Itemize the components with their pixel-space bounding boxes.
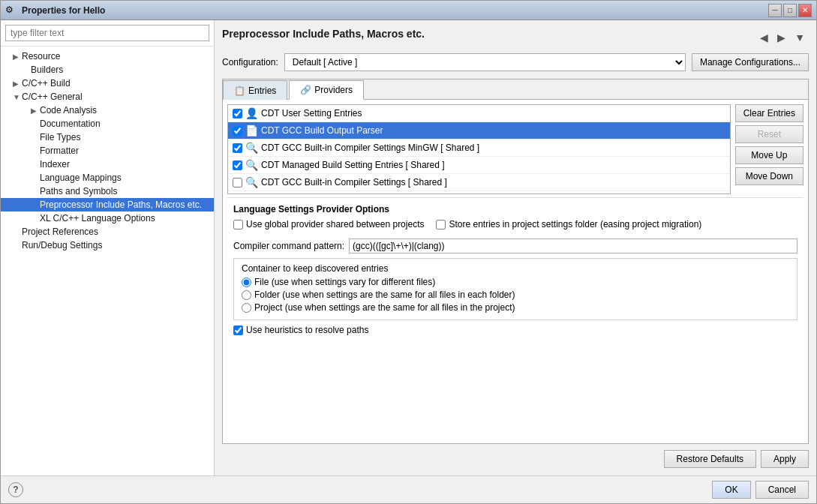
sidebar-item-label: Paths and Symbols	[40, 186, 117, 196]
provider-search-icon: 🔍	[245, 142, 258, 154]
tab-entries[interactable]: 📋 Entries	[223, 80, 287, 100]
heuristics-checkbox[interactable]	[233, 326, 243, 335]
clear-entries-button[interactable]: Clear Entries	[735, 104, 803, 122]
sidebar-item-label: Run/Debug Settings	[22, 240, 102, 250]
provider-item-cdt-gcc-cygwin[interactable]: 🔍 CDT GCC Builtin Compiler Settings Cygw…	[228, 191, 730, 194]
compiler-input[interactable]	[349, 238, 797, 254]
sidebar-item-label: Code Analysis	[40, 105, 97, 116]
sidebar-item-cpp-general[interactable]: ▼ C/C++ General	[1, 90, 214, 104]
tab-panel: 📋 Entries 🔗 Providers	[222, 79, 809, 444]
forward-button[interactable]: ▶	[773, 29, 789, 46]
sidebar-item-label: Preprocessor Include Paths, Macros etc.	[40, 200, 202, 210]
radio-file-label: File (use when settings vary for differe…	[254, 277, 435, 287]
sidebar-item-builders[interactable]: Builders	[1, 63, 214, 76]
title-bar-buttons: ─ □ ✕	[768, 4, 812, 17]
tree: ▶ Resource Builders ▶ C/C++ Build ▼ C/C+…	[1, 46, 214, 476]
minimize-button[interactable]: ─	[768, 4, 782, 17]
title-bar: ⚙ Properties for Hello ─ □ ✕	[1, 1, 816, 20]
compiler-row: Compiler command pattern:	[233, 238, 797, 254]
sidebar-item-preprocessor[interactable]: Preprocessor Include Paths, Macros etc.	[1, 198, 214, 212]
config-select[interactable]: Default [ Active ]	[284, 53, 686, 71]
provider-search-icon: 🔍	[245, 159, 258, 171]
tab-providers[interactable]: 🔗 Providers	[289, 80, 364, 100]
sidebar-item-indexer[interactable]: Indexer	[1, 158, 214, 171]
provider-checkbox[interactable]	[233, 160, 242, 170]
sidebar-item-xl-cpp[interactable]: XL C/C++ Language Options	[1, 212, 214, 225]
provider-label: CDT GCC Built-in Compiler Settings MinGW…	[261, 142, 479, 153]
heuristics-label: Use heuristics to resolve paths	[246, 325, 368, 335]
provider-checkbox[interactable]	[233, 126, 242, 136]
radio-project-label: Project (use when settings are the same …	[254, 302, 515, 313]
move-down-button[interactable]: Move Down	[735, 167, 803, 185]
sidebar-item-code-analysis[interactable]: ▶ Code Analysis	[1, 104, 214, 117]
entries-tab-label: Entries	[248, 86, 276, 96]
expand-arrow: ▶	[13, 52, 22, 61]
global-provider-row: Use global provider shared between proje…	[233, 219, 424, 230]
provider-item-cdt-gcc-mingw[interactable]: 🔍 CDT GCC Built-in Compiler Settings Min…	[228, 140, 730, 157]
provider-item-cdt-user[interactable]: 👤 CDT User Setting Entries	[228, 105, 730, 122]
move-up-button[interactable]: Move Up	[735, 146, 803, 164]
provider-checkbox[interactable]	[233, 109, 242, 118]
sidebar-item-run-debug[interactable]: Run/Debug Settings	[1, 238, 214, 252]
tab-bar: 📋 Entries 🔗 Providers	[223, 80, 808, 100]
sidebar-item-formatter[interactable]: Formatter	[1, 144, 214, 158]
provider-checkbox[interactable]	[233, 178, 242, 188]
options-area: Language Settings Provider Options Use g…	[227, 197, 803, 344]
sidebar-item-label: XL C/C++ Language Options	[40, 213, 155, 224]
sidebar-item-cpp-build[interactable]: ▶ C/C++ Build	[1, 76, 214, 90]
radio-folder[interactable]	[242, 290, 251, 300]
sidebar-item-project-references[interactable]: Project References	[1, 225, 214, 238]
sidebar-item-label: Resource	[22, 51, 60, 62]
back-button[interactable]: ◀	[756, 29, 772, 46]
radio-project[interactable]	[242, 303, 251, 313]
provider-item-cdt-managed[interactable]: 🔍 CDT Managed Build Setting Entries [ Sh…	[228, 157, 730, 174]
heuristics-row: Use heuristics to resolve paths	[233, 325, 797, 335]
global-provider-checkbox[interactable]	[233, 220, 243, 230]
bottom-right: OK Cancel	[712, 481, 809, 499]
radio-file[interactable]	[242, 278, 251, 287]
filter-input[interactable]	[5, 25, 209, 41]
right-buttons: Clear Entries Reset Move Up Move Down	[731, 104, 803, 194]
store-entries-row: Store entries in project settings folder…	[436, 219, 701, 230]
sidebar-item-paths-symbols[interactable]: Paths and Symbols	[1, 184, 214, 198]
filter-box	[1, 20, 214, 46]
provider-item-cdt-gcc-output[interactable]: 📄 CDT GCC Build Output Parser	[228, 122, 730, 140]
sidebar-item-language-mappings[interactable]: Language Mappings	[1, 171, 214, 184]
expand-arrow: ▶	[13, 80, 22, 88]
tab-content: 👤 CDT User Setting Entries 📄 CDT GCC Bui…	[223, 100, 808, 443]
provider-checkbox[interactable]	[233, 143, 242, 153]
provider-label: CDT User Setting Entries	[261, 108, 362, 118]
store-entries-checkbox[interactable]	[436, 220, 446, 230]
sidebar-item-documentation[interactable]: Documentation	[1, 117, 214, 130]
right-panel: Preprocessor Include Paths, Macros etc. …	[215, 20, 816, 476]
providers-list: 👤 CDT User Setting Entries 📄 CDT GCC Bui…	[228, 105, 730, 194]
apply-button[interactable]: Apply	[761, 450, 809, 468]
maximize-button[interactable]: □	[783, 4, 797, 17]
global-provider-label: Use global provider shared between proje…	[246, 219, 424, 230]
help-button[interactable]: ?	[8, 482, 23, 497]
radio-folder-row: Folder (use when settings are the same f…	[242, 290, 789, 300]
sidebar-item-file-types[interactable]: File Types	[1, 130, 214, 144]
restore-defaults-button[interactable]: Restore Defaults	[664, 450, 756, 468]
window-icon: ⚙	[5, 4, 17, 16]
close-button[interactable]: ✕	[798, 4, 812, 17]
nav-dropdown-button[interactable]: ▼	[791, 29, 809, 46]
sidebar-item-label: File Types	[40, 132, 80, 142]
sidebar-item-label: Builders	[31, 64, 63, 75]
bottom-left: ?	[8, 482, 23, 497]
reset-button[interactable]: Reset	[735, 125, 803, 143]
toolbar-icons: ◀ ▶ ▼	[756, 29, 809, 46]
manage-configurations-button[interactable]: Manage Configurations...	[692, 53, 809, 71]
ok-button[interactable]: OK	[712, 481, 750, 499]
provider-item-cdt-gcc-builtin[interactable]: 🔍 CDT GCC Built-in Compiler Settings [ S…	[228, 174, 730, 191]
config-row: Configuration: Default [ Active ] Manage…	[222, 53, 809, 71]
cancel-button[interactable]: Cancel	[755, 481, 809, 499]
store-entries-label: Store entries in project settings folder…	[449, 219, 701, 230]
sidebar-item-label: Formatter	[40, 146, 79, 156]
sidebar-item-label: Indexer	[40, 159, 70, 170]
sidebar-item-resource[interactable]: ▶ Resource	[1, 50, 214, 63]
provider-label: CDT Managed Build Setting Entries [ Shar…	[261, 160, 445, 170]
provider-doc-icon: 📄	[245, 124, 258, 136]
providers-list-area: 👤 CDT User Setting Entries 📄 CDT GCC Bui…	[227, 104, 731, 194]
provider-user-icon: 👤	[245, 107, 258, 119]
